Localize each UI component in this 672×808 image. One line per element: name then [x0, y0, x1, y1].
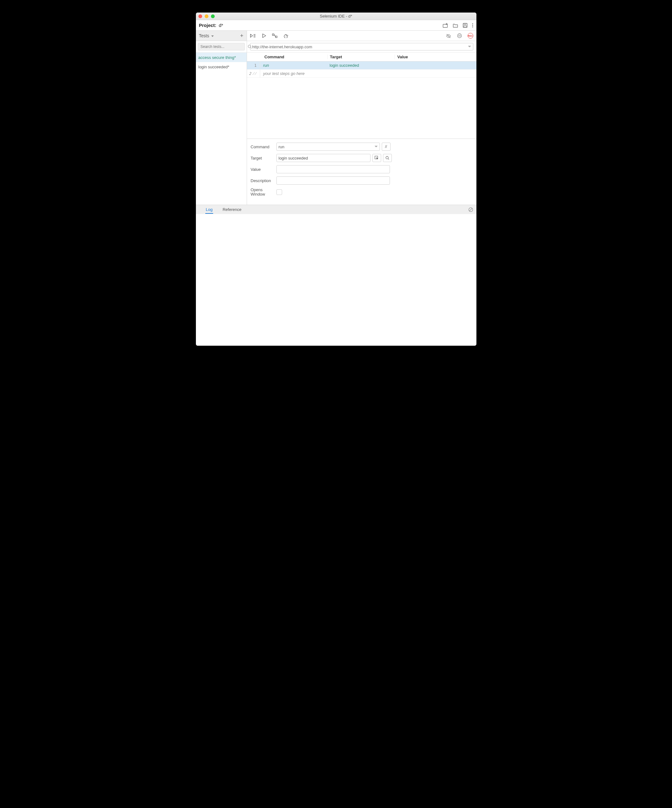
- opens-window-label: Opens Window: [251, 188, 276, 197]
- main-panel: http://the-internet.herokuapp.com Comman…: [247, 41, 476, 205]
- test-item-label: access secure thing*: [198, 55, 236, 60]
- find-target-button[interactable]: [383, 154, 392, 162]
- run-all-tests-icon[interactable]: [250, 33, 256, 38]
- bottom-tabs: Log Reference: [196, 205, 476, 214]
- step-number: 2 //: [247, 70, 260, 77]
- log-panel: [196, 214, 476, 346]
- step-command: run: [260, 63, 327, 68]
- step-target: login succeeded: [327, 63, 395, 68]
- svg-rect-2: [464, 23, 466, 25]
- header-target: Target: [327, 55, 395, 59]
- sidebar: access secure thing* login succeeded*: [196, 41, 247, 205]
- command-value: run: [279, 145, 284, 149]
- project-header: Project: d*: [199, 23, 224, 28]
- tests-dropdown-icon: [211, 33, 214, 38]
- tab-reference[interactable]: Reference: [222, 205, 242, 214]
- toggle-comment-button[interactable]: //: [382, 143, 391, 151]
- toolbar-row: Tests +: [196, 31, 476, 41]
- run-toolbar: REC: [247, 31, 476, 41]
- step-row[interactable]: 2 // your test steps go here: [247, 70, 476, 78]
- base-url-row: http://the-internet.herokuapp.com: [247, 41, 476, 53]
- base-url-value: http://the-internet.herokuapp.com: [252, 45, 313, 49]
- new-project-icon[interactable]: [443, 23, 448, 28]
- base-url-input[interactable]: http://the-internet.herokuapp.com: [250, 43, 473, 50]
- project-label: Project:: [199, 23, 217, 28]
- pause-on-exception-icon[interactable]: [457, 33, 462, 38]
- chevron-down-icon: [468, 46, 471, 48]
- test-item-access-secure-thing[interactable]: access secure thing*: [196, 53, 247, 62]
- more-menu-icon[interactable]: [472, 23, 473, 28]
- header-value: Value: [395, 55, 476, 59]
- search-tests-input[interactable]: [198, 43, 245, 50]
- project-bar: Project: d*: [196, 20, 476, 31]
- tab-log[interactable]: Log: [205, 205, 214, 214]
- select-target-button[interactable]: [372, 154, 381, 162]
- tests-label: Tests: [199, 33, 209, 38]
- svg-rect-7: [272, 34, 274, 35]
- disable-breakpoints-icon[interactable]: [446, 33, 451, 38]
- value-input[interactable]: [276, 165, 390, 173]
- minimize-window-button[interactable]: [205, 14, 209, 18]
- app-window: Selenium IDE - d* Project: d*: [196, 13, 476, 346]
- step-detail-pane: Command run // Target login succeeded: [247, 139, 476, 205]
- project-name: d*: [219, 23, 223, 28]
- titlebar: Selenium IDE - d*: [196, 13, 476, 20]
- chevron-down-icon: [374, 146, 378, 148]
- svg-point-14: [386, 156, 388, 159]
- test-item-login-succeeded[interactable]: login succeeded*: [196, 62, 247, 72]
- window-controls: [198, 14, 215, 18]
- record-button[interactable]: REC: [468, 33, 473, 38]
- search-row: [196, 41, 247, 53]
- step-over-icon[interactable]: [272, 33, 278, 38]
- value-label: Value: [251, 167, 276, 172]
- maximize-window-button[interactable]: [211, 14, 215, 18]
- clear-log-icon[interactable]: [468, 207, 473, 212]
- svg-point-11: [457, 34, 461, 38]
- speed-control-icon[interactable]: [283, 33, 289, 38]
- run-current-test-icon[interactable]: [262, 33, 266, 38]
- command-label: Command: [251, 145, 276, 149]
- steps-grid: 1 run login succeeded 2 // your test ste…: [247, 62, 476, 139]
- add-test-button[interactable]: +: [240, 33, 244, 38]
- description-input[interactable]: [276, 177, 390, 185]
- step-row[interactable]: 1 run login succeeded: [247, 62, 476, 70]
- window-title: Selenium IDE - d*: [196, 13, 476, 20]
- opens-window-checkbox[interactable]: [276, 189, 282, 195]
- svg-point-6: [472, 26, 473, 27]
- save-project-icon[interactable]: [463, 23, 468, 28]
- body-split: access secure thing* login succeeded* ht…: [196, 41, 476, 205]
- svg-point-4: [472, 23, 473, 24]
- svg-rect-8: [276, 36, 277, 38]
- comment-marker: //: [252, 72, 256, 75]
- svg-point-5: [472, 25, 473, 26]
- description-label: Description: [251, 178, 276, 183]
- steps-grid-header: Command Target Value: [247, 53, 476, 62]
- tests-list: access secure thing* login succeeded*: [196, 53, 247, 72]
- svg-rect-3: [464, 26, 466, 27]
- target-input[interactable]: login succeeded: [276, 154, 371, 162]
- header-command: Command: [261, 55, 327, 59]
- search-tests-field[interactable]: [199, 45, 247, 49]
- test-item-label: login succeeded*: [198, 65, 229, 69]
- target-label: Target: [251, 156, 276, 160]
- target-value: login succeeded: [279, 156, 308, 160]
- step-number: 1: [247, 62, 260, 69]
- close-window-button[interactable]: [198, 14, 202, 18]
- step-command: your test steps go here: [260, 71, 327, 76]
- open-project-icon[interactable]: [453, 23, 458, 28]
- tests-heading[interactable]: Tests +: [196, 31, 247, 41]
- command-input[interactable]: run: [276, 143, 380, 151]
